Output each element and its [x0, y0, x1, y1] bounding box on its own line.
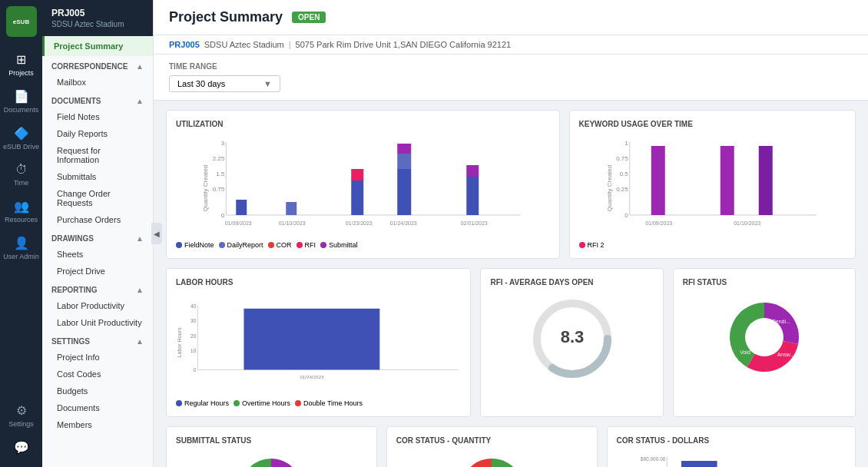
rfi-avg-value: 8.3 — [560, 327, 584, 346]
sidebar-item-time[interactable]: ⏱ Time — [0, 157, 42, 193]
svg-text:01/09/2023: 01/09/2023 — [225, 220, 252, 226]
menu-item-cost-codes[interactable]: Cost Codes — [42, 366, 153, 383]
regular-hours-label: Regular Hours — [184, 399, 229, 407]
rfi-pending-label: Pendi... — [772, 319, 790, 324]
chart-submittal-status: SUBMITTAL STATUS Appro... Draf... — [166, 426, 377, 467]
submittal-status-svg: Appro... Draf... — [229, 451, 313, 467]
collapse-drawings-icon: ▲ — [136, 234, 144, 243]
settings-icon: ⚙ — [16, 403, 27, 418]
svg-text:Quantity Created: Quantity Created — [605, 165, 612, 211]
svg-text:1: 1 — [624, 140, 628, 147]
sidebar-toggle[interactable]: ◀ — [151, 223, 162, 244]
legend-dailyreport: DailyReport — [219, 241, 263, 249]
menu-item-sheets[interactable]: Sheets — [42, 246, 153, 263]
menu-section-drawings[interactable]: DRAWINGS ▲ — [42, 228, 153, 246]
rfi-avg-gauge: 8.3 — [530, 296, 615, 381]
overtime-hours-label: Overtime Hours — [242, 399, 290, 407]
svg-text:20: 20 — [190, 333, 197, 339]
collapse-reporting-icon: ▲ — [136, 286, 144, 294]
rfi-status-title: RFI STATUS — [683, 278, 846, 286]
documents-icon: 📄 — [14, 89, 29, 104]
rfi-label: RFI — [305, 241, 316, 249]
menu-item-project-drive[interactable]: Project Drive — [42, 263, 153, 280]
status-badge: OPEN — [292, 12, 326, 23]
svg-rect-16 — [466, 165, 479, 177]
svg-text:30: 30 — [190, 318, 197, 323]
chart-utilization: UTILIZATION Quantity Created 3 2.25 1.5 … — [166, 110, 560, 259]
legend-submittal: Submittal — [320, 241, 358, 249]
sidebar-item-documents[interactable]: 📄 Documents — [0, 83, 42, 120]
keyword-title: KEYWORD USAGE OVER TIME — [579, 120, 846, 128]
menu-item-members[interactable]: Members — [42, 416, 153, 433]
svg-text:01/10/2023: 01/10/2023 — [279, 220, 306, 226]
labor-title: LABOR HOURS — [176, 278, 461, 286]
time-icon: ⏱ — [15, 163, 28, 177]
chart-keyword-usage: KEYWORD USAGE OVER TIME Quantity Created… — [569, 110, 856, 259]
svg-rect-30 — [651, 146, 664, 215]
menu-item-project-summary[interactable]: Project Summary — [42, 36, 153, 56]
sidebar-item-user-admin[interactable]: 👤 User Admin — [0, 230, 42, 267]
svg-text:2.25: 2.25 — [213, 155, 225, 162]
project-id-link[interactable]: PRJ005 — [169, 40, 200, 49]
menu-sidebar: PRJ005 SDSU Aztec Stadium Project Summar… — [42, 0, 154, 467]
cor-dollars-svg: $60,000.00 $45,000.00 $30,000.00 $15,000… — [617, 451, 846, 467]
menu-item-field-notes[interactable]: Field Notes — [42, 108, 153, 125]
regular-hours-dot — [176, 400, 182, 406]
resources-icon: 👥 — [14, 199, 29, 214]
cor-label: COR — [277, 241, 292, 249]
menu-section-documents[interactable]: DOCUMENTS ▲ — [42, 91, 153, 108]
svg-text:10: 10 — [190, 348, 197, 353]
sidebar-item-esub-drive[interactable]: 🔷 eSUB Drive — [0, 120, 42, 157]
menu-item-change-order-requests[interactable]: Change Order Requests — [42, 185, 153, 211]
svg-text:0.75: 0.75 — [213, 186, 225, 193]
submittal-status-title: SUBMITTAL STATUS — [176, 436, 367, 445]
collapse-documents-icon: ▲ — [136, 97, 144, 105]
menu-section-correspondence[interactable]: CORRESPONDENCE ▲ — [42, 56, 153, 74]
svg-rect-57 — [681, 461, 717, 467]
collapse-settings-icon: ▲ — [136, 337, 144, 346]
time-range-select[interactable]: Last 30 days ▼ — [169, 75, 280, 92]
menu-item-submittals[interactable]: Submittals — [42, 168, 153, 185]
menu-item-documents-settings[interactable]: Documents — [42, 399, 153, 416]
sidebar-item-chat[interactable]: 💬 — [0, 434, 42, 461]
utilization-title: UTILIZATION — [176, 120, 550, 128]
double-time-label: Double Time Hours — [303, 399, 363, 407]
cor-qty-donut: Sent Appro... — [396, 451, 588, 467]
menu-item-purchase-orders[interactable]: Purchase Orders — [42, 211, 153, 228]
project-info-bar: PRJ005 SDSU Aztec Stadium | 5075 Park Ri… — [154, 35, 868, 55]
overtime-hours-dot — [234, 400, 240, 406]
menu-section-reporting[interactable]: REPORTING ▲ — [42, 280, 153, 297]
keyword-chart-area: Quantity Created 1 0.75 0.5 0.25 0 01/09… — [579, 134, 846, 237]
menu-section-settings[interactable]: SETTINGS ▲ — [42, 331, 153, 349]
menu-item-daily-reports[interactable]: Daily Reports — [42, 125, 153, 142]
menu-item-labor-productivity[interactable]: Labor Productivity — [42, 297, 153, 314]
project-address: 5075 Park Rim Drive Unit 1,SAN DIEGO Cal… — [296, 40, 512, 49]
time-range-section: TIME RANGE Last 30 days ▼ — [154, 55, 868, 101]
sidebar-item-projects[interactable]: ⊞ Projects — [0, 46, 42, 83]
keyword-legend: RFI 2 — [579, 241, 846, 249]
menu-item-project-info[interactable]: Project Info — [42, 349, 153, 366]
labor-svg: Labor Hours 40 30 20 10 0 01/24/2023 — [176, 293, 461, 392]
utilization-chart-area: Quantity Created 3 2.25 1.5 0.75 0 — [176, 134, 550, 237]
svg-rect-15 — [466, 177, 479, 215]
sidebar-item-settings[interactable]: ⚙ Settings — [0, 397, 42, 434]
rfi2-label: RFI 2 — [588, 241, 605, 249]
svg-rect-31 — [720, 146, 734, 215]
settings-label: Settings — [8, 420, 34, 428]
svg-rect-10 — [351, 181, 363, 215]
utilization-legend: FieldNote DailyReport COR RFI — [176, 241, 550, 249]
menu-item-labor-unit-productivity[interactable]: Labor Unit Productivity — [42, 314, 153, 331]
svg-text:Quantity Created: Quantity Created — [202, 165, 209, 211]
rfi-avg-display: 8.3 — [490, 293, 653, 385]
sidebar-item-resources[interactable]: 👥 Resources — [0, 193, 42, 230]
svg-text:01/23/2023: 01/23/2023 — [346, 220, 373, 226]
menu-item-rfi[interactable]: Request for Information — [42, 142, 153, 168]
menu-item-budgets[interactable]: Budgets — [42, 383, 153, 399]
fieldnote-label: FieldNote — [184, 241, 214, 249]
menu-item-mailbox[interactable]: Mailbox — [42, 74, 153, 91]
resources-label: Resources — [5, 216, 38, 224]
user-admin-label: User Admin — [3, 253, 39, 260]
project-id: PRJ005 — [51, 8, 144, 18]
charts-row-2: LABOR HOURS Labor Hours 40 30 20 10 0 — [166, 268, 856, 417]
cor-dollars-chart-area: $60,000.00 $45,000.00 $30,000.00 $15,000… — [617, 451, 846, 467]
